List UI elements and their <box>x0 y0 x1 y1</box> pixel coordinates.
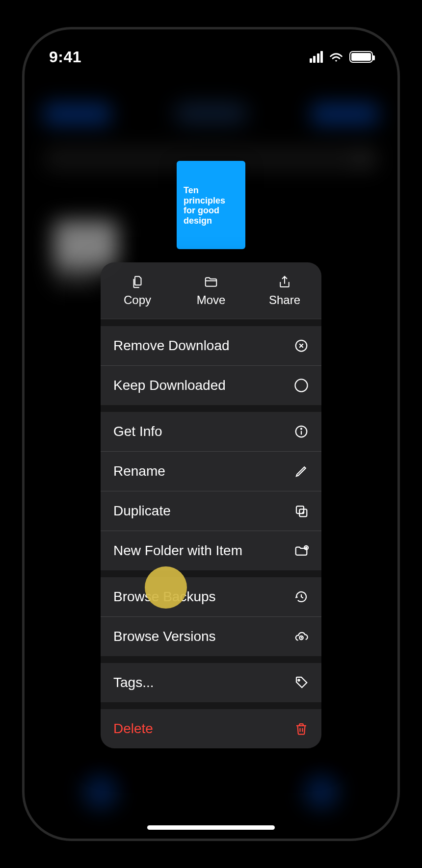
menu-item-label: Get Info <box>113 424 162 439</box>
tags-item[interactable]: Tags... <box>101 663 321 702</box>
rename-item[interactable]: Rename <box>101 451 321 491</box>
remove-circle-icon <box>294 338 309 353</box>
cellular-signal-icon <box>310 51 323 63</box>
share-button[interactable]: Share <box>248 262 321 319</box>
cloud-clock-icon <box>294 629 309 644</box>
file-title-line: for good <box>184 205 219 215</box>
folder-icon <box>204 275 218 289</box>
info-icon <box>294 424 309 439</box>
keep-downloaded-item[interactable]: Keep Downloaded <box>101 365 321 405</box>
remove-download-item[interactable]: Remove Download <box>101 326 321 365</box>
file-title-line: design <box>184 216 212 226</box>
context-menu: Copy Move Share Remove Download <box>101 262 321 748</box>
download-circle-icon <box>294 378 309 393</box>
menu-item-label: Duplicate <box>113 503 171 519</box>
trash-icon <box>294 721 309 736</box>
file-thumbnail[interactable]: Ten principles for good design <box>177 161 245 249</box>
new-folder-item[interactable]: New Folder with Item <box>101 531 321 570</box>
duplicate-item[interactable]: Duplicate <box>101 491 321 531</box>
file-title-line: Ten <box>184 185 199 195</box>
move-button[interactable]: Move <box>174 262 248 319</box>
menu-item-label: Delete <box>113 721 153 737</box>
status-time: 9:41 <box>49 48 81 66</box>
menu-item-label: New Folder with Item <box>113 543 242 559</box>
folder-plus-icon <box>294 543 309 558</box>
menu-item-label: Keep Downloaded <box>113 378 226 393</box>
context-menu-top-row: Copy Move Share <box>101 262 321 319</box>
move-label: Move <box>197 293 226 307</box>
share-icon <box>277 275 292 289</box>
copy-button[interactable]: Copy <box>101 262 174 319</box>
phone-frame: 9:41 Ten principles for good design <box>22 27 400 841</box>
get-info-item[interactable]: Get Info <box>101 412 321 451</box>
file-title-line: principles <box>184 196 225 205</box>
wifi-icon <box>329 51 343 63</box>
browse-versions-item[interactable]: Browse Versions <box>101 616 321 656</box>
menu-item-label: Tags... <box>113 675 154 690</box>
home-indicator[interactable] <box>147 825 275 830</box>
copy-label: Copy <box>124 293 151 307</box>
svg-point-15 <box>298 679 299 681</box>
copy-docs-icon <box>130 275 145 289</box>
duplicate-icon <box>294 504 309 518</box>
tag-icon <box>294 675 309 690</box>
menu-item-label: Browse Versions <box>113 629 216 644</box>
battery-icon <box>349 51 373 63</box>
menu-item-label: Rename <box>113 463 165 479</box>
share-label: Share <box>269 293 300 307</box>
browse-backups-item[interactable]: Browse Backups <box>101 577 321 616</box>
delete-item[interactable]: Delete <box>101 709 321 748</box>
svg-point-6 <box>301 428 302 429</box>
status-icons <box>310 51 373 63</box>
menu-item-label: Remove Download <box>113 338 230 354</box>
clock-arrow-icon <box>294 589 309 604</box>
status-bar: 9:41 <box>25 46 397 68</box>
touch-indicator <box>145 566 187 609</box>
pencil-icon <box>294 464 309 479</box>
